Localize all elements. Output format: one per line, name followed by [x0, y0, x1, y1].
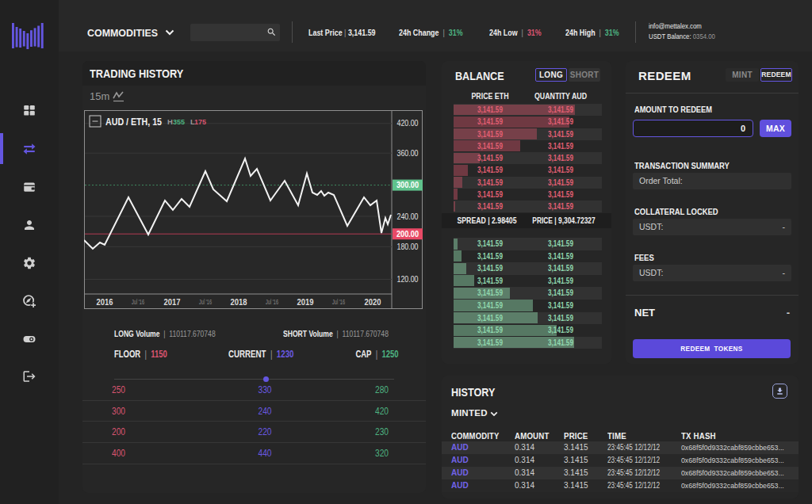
svg-text:420.00: 420.00	[397, 119, 419, 128]
svg-text:2018: 2018	[231, 297, 247, 307]
svg-text:120.00: 120.00	[397, 275, 419, 284]
svg-text:2016: 2016	[97, 297, 113, 307]
svg-text:H: H	[167, 117, 173, 126]
svg-text:Jul '16: Jul '16	[266, 298, 278, 306]
svg-text:180.00: 180.00	[397, 242, 419, 251]
svg-text:175: 175	[194, 117, 207, 126]
svg-text:2019: 2019	[297, 297, 314, 307]
svg-text:Jul '16: Jul '16	[132, 298, 144, 306]
svg-text:355: 355	[173, 117, 186, 126]
svg-text:2020: 2020	[365, 297, 381, 307]
svg-text:2017: 2017	[164, 297, 181, 307]
svg-text:240.00: 240.00	[397, 212, 419, 221]
svg-text:AUD / ETH, 15: AUD / ETH, 15	[105, 116, 162, 128]
svg-text:Jul '16: Jul '16	[332, 298, 345, 306]
svg-text:200.00: 200.00	[396, 230, 419, 239]
svg-text:360.00: 360.00	[397, 149, 419, 158]
svg-text:Jul '16: Jul '16	[199, 298, 212, 306]
svg-text:300.00: 300.00	[396, 181, 419, 189]
